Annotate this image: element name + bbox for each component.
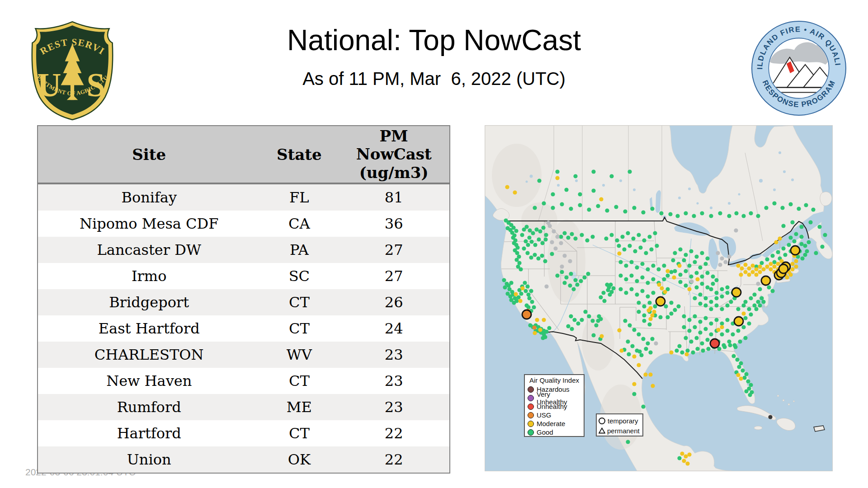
monitor-dot-good xyxy=(542,201,546,205)
monitor-dot-good xyxy=(527,296,531,300)
monitor-dot-moderate xyxy=(657,282,661,286)
page-title: National: Top NowCast xyxy=(0,23,868,57)
monitor-dot-good xyxy=(743,336,747,340)
monitor-dot-good xyxy=(629,260,633,264)
monitor-dot-good xyxy=(623,209,627,213)
monitor-dot-moderate xyxy=(505,185,509,189)
monitor-dot-moderate xyxy=(632,354,636,358)
monitor-dot-moderate xyxy=(643,372,647,376)
monitor-dot-good xyxy=(669,311,673,315)
monitor-dot-good xyxy=(733,345,737,349)
monitor-dot-good xyxy=(780,206,784,210)
site-cell: CHARLESTON xyxy=(38,346,260,363)
top-site-marker xyxy=(710,339,719,348)
monitor-dot-good xyxy=(760,296,764,300)
monitor-dot-good xyxy=(580,233,584,237)
monitor-dot-good xyxy=(738,339,742,343)
monitor-dot-moderate xyxy=(758,264,762,268)
monitor-dot-good xyxy=(591,188,595,192)
monitor-dot-good xyxy=(575,282,579,286)
monitor-dot-good xyxy=(644,347,648,351)
monitor-dot-good xyxy=(741,303,745,307)
monitor-dot-moderate xyxy=(740,266,744,270)
aqi-legend-item: USG xyxy=(528,411,581,419)
monitor-dot-good xyxy=(606,288,610,292)
monitor-dot-no_data xyxy=(718,263,722,267)
monitor-dot-good xyxy=(586,272,590,276)
monitor-dot-good xyxy=(517,261,521,265)
site-cell: Hartford xyxy=(38,425,260,442)
monitor-dot-good xyxy=(632,328,636,332)
monitor-dot-good xyxy=(705,338,709,342)
monitor-dot-good xyxy=(694,285,698,289)
monitor-dot-good xyxy=(641,337,645,341)
monitor-dot-good xyxy=(649,247,653,251)
monitor-dot-good xyxy=(693,296,697,300)
monitor-dot-good xyxy=(684,269,688,273)
monitor-dot-moderate xyxy=(538,328,542,332)
monitor-dot-good xyxy=(529,289,533,293)
monitor-dot-good xyxy=(524,225,528,229)
monitor-dot-good xyxy=(650,337,654,341)
state-cell: OK xyxy=(260,451,338,468)
monitor-dot-good xyxy=(604,236,608,240)
top-site-marker xyxy=(734,317,743,326)
monitor-dot-good xyxy=(720,294,724,298)
site-cell: Rumford xyxy=(38,399,260,416)
monitor-dot-good xyxy=(551,192,555,196)
monitor-dot-good xyxy=(720,321,724,325)
monitor-dot-good xyxy=(737,365,741,369)
monitor-dot-good xyxy=(534,227,538,231)
monitor-dot-good xyxy=(684,336,688,340)
monitor-dot-good xyxy=(743,300,747,304)
unhealthy-dot-icon xyxy=(528,404,534,410)
monitor-dot-good xyxy=(640,262,644,266)
monitor-dot-good xyxy=(662,277,666,281)
monitor-dot-good xyxy=(684,283,688,287)
monitor-dot-good xyxy=(564,188,568,192)
column-header-pm-nowcast: PM NowCast (ug/m3) xyxy=(338,127,449,181)
aqi-legend-label: Good xyxy=(537,428,553,436)
monitor-dot-good xyxy=(648,350,652,354)
monitor-dot-good xyxy=(560,270,564,274)
monitor-dot-moderate xyxy=(660,286,664,290)
monitor-dot-good xyxy=(695,347,699,351)
very_unhealthy-dot-icon xyxy=(528,395,534,401)
monitor-dot-good xyxy=(761,300,765,304)
monitor-dot-good xyxy=(689,339,693,343)
monitor-dot-good xyxy=(627,323,632,327)
monitor-dot-good xyxy=(736,328,740,333)
monitor-dot-good xyxy=(624,277,628,281)
monitor-dot-good xyxy=(700,274,704,278)
table-row: BridgeportCT26 xyxy=(38,289,449,315)
monitor-dot-no_data xyxy=(716,251,720,255)
monitor-dot-good xyxy=(585,238,589,242)
monitor-dot-moderate xyxy=(648,306,652,310)
monitor-dot-good xyxy=(746,379,750,383)
monitor-dot-good xyxy=(788,235,793,239)
monitor-dot-moderate xyxy=(769,267,773,271)
monitor-dot-good xyxy=(742,375,746,380)
monitor-dot-moderate xyxy=(680,451,684,455)
monitor-dot-good xyxy=(817,225,821,229)
monitor-dot-good xyxy=(642,304,646,308)
monitor-dot-good xyxy=(555,273,559,277)
monitor-dot-moderate xyxy=(619,348,623,352)
monitor-dot-good xyxy=(700,211,704,215)
column-header-site: Site xyxy=(38,145,260,164)
table-row: IrmoSC27 xyxy=(38,263,449,289)
monitor-dot-good xyxy=(587,314,591,318)
monitor-dot-good xyxy=(749,211,753,215)
monitor-dot-good xyxy=(693,260,697,264)
monitor-dot-good xyxy=(641,210,645,214)
monitor-dot-good xyxy=(799,225,803,229)
monitor-dot-no_data xyxy=(562,253,566,258)
monitor-dot-good xyxy=(531,231,535,235)
monitor-dot-good xyxy=(770,253,774,258)
monitor-dot-good xyxy=(781,224,785,228)
monitor-dot-good xyxy=(646,341,650,345)
monitor-dot-good xyxy=(637,233,641,237)
table-row: UnionOK22 xyxy=(38,446,449,473)
state-cell: FL xyxy=(260,189,338,206)
monitor-dot-good xyxy=(590,319,594,323)
